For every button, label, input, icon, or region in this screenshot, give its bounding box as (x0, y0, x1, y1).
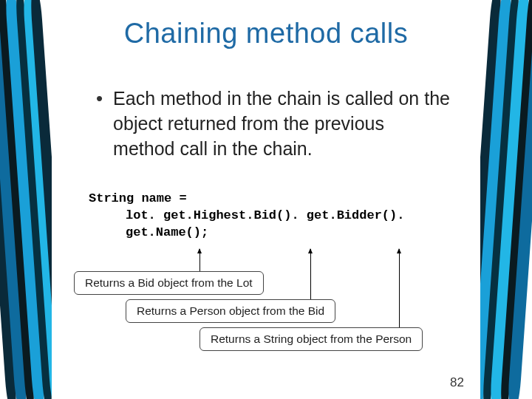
callout-2: Returns a Person object from the Bid (126, 299, 335, 323)
arrow-2 (310, 249, 311, 299)
arrow-1 (200, 249, 200, 271)
slide-content: Chaining method calls • Each method in t… (52, 0, 480, 399)
code-line-1: String name = (89, 191, 480, 208)
bullet-marker: • (96, 86, 103, 112)
callout-diagram: Returns a Bid object from the Lot Return… (52, 249, 480, 375)
background-feathers-right (480, 0, 532, 399)
callout-1: Returns a Bid object from the Lot (74, 271, 264, 295)
arrow-3 (399, 249, 400, 327)
callout-3: Returns a String object from the Person (200, 327, 423, 351)
background-feathers-left (0, 0, 52, 399)
page-number: 82 (450, 375, 464, 390)
bullet-point: • Each method in the chain is called on … (52, 86, 480, 161)
slide-title: Chaining method calls (52, 18, 480, 50)
bullet-text: Each method in the chain is called on th… (113, 86, 451, 161)
code-line-2: lot. get.Highest.Bid(). get.Bidder(). ge… (89, 208, 480, 242)
code-example: String name = lot. get.Highest.Bid(). ge… (52, 191, 480, 242)
